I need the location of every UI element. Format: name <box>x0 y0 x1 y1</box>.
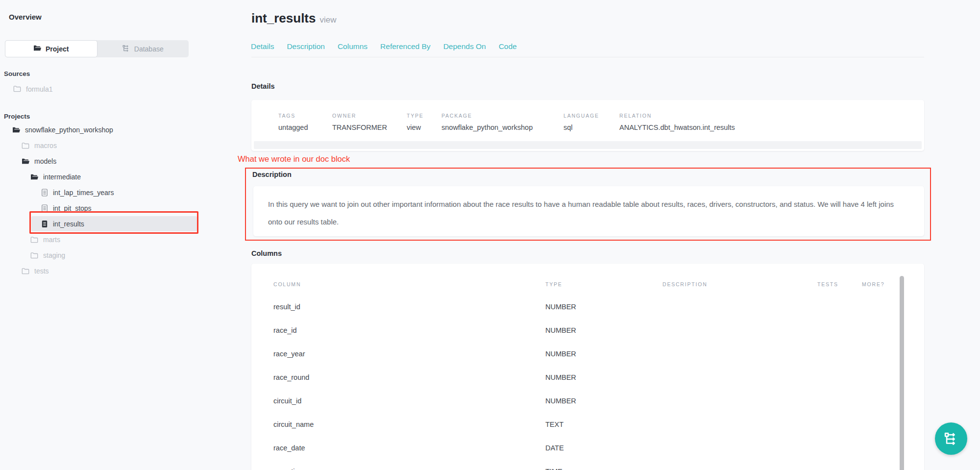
type-label: TYPE <box>407 113 441 119</box>
column-name: circuit_id <box>273 397 301 405</box>
projects-section-label: Projects <box>4 113 30 120</box>
tree-item-staging[interactable]: staging <box>0 247 196 263</box>
column-type: NUMBER <box>545 397 576 405</box>
tab-description[interactable]: Description <box>287 42 325 51</box>
relation-label: RELATION <box>619 113 914 119</box>
page-title: int_resultsview <box>251 11 337 26</box>
dbt-docs-page: Overview Project Database Sources formul… <box>0 0 980 470</box>
description-heading: Description <box>252 171 292 178</box>
overview-link[interactable]: Overview <box>9 13 42 21</box>
tab-code[interactable]: Code <box>499 42 517 51</box>
sidebar-item-formula1[interactable]: formula1 <box>0 82 52 97</box>
folder-closed-icon <box>22 268 29 274</box>
lineage-graph-button[interactable] <box>935 422 967 455</box>
tree-item-marts[interactable]: marts <box>0 232 196 247</box>
tree-item-label: int_lap_times_years <box>53 189 114 197</box>
tree-item-label: intermediate <box>43 173 81 181</box>
owner-value: TRANSFORMER <box>332 124 407 131</box>
tree-item-label: tests <box>34 267 49 275</box>
details-card: TAGS OWNER TYPE PACKAGE LANGUAGE RELATIO… <box>251 100 924 151</box>
file-icon <box>41 189 48 197</box>
columns-table-scrollbar[interactable] <box>900 276 904 470</box>
column-name: race_year <box>273 350 305 358</box>
database-tree-icon <box>122 45 130 53</box>
tab-details[interactable]: Details <box>251 42 274 51</box>
column-row-race-year[interactable]: race_year NUMBER <box>251 342 924 366</box>
tree-item-int-lap-times-years[interactable]: int_lap_times_years <box>0 185 196 200</box>
folder-open-icon <box>33 45 41 53</box>
column-name: race_id <box>273 326 297 334</box>
columns-heading: Columns <box>251 249 282 257</box>
column-name: circuit_name <box>273 421 314 428</box>
language-value: sql <box>564 124 619 131</box>
column-row-race-time[interactable]: race_time TIME <box>251 460 924 470</box>
column-type: NUMBER <box>545 350 576 358</box>
file-filled-icon <box>41 220 48 228</box>
toggle-database-button[interactable]: Database <box>98 40 189 57</box>
column-row-circuit-name[interactable]: circuit_name TEXT <box>251 413 924 436</box>
source-item-label: formula1 <box>26 85 52 93</box>
tab-referenced-by[interactable]: Referenced By <box>380 42 431 51</box>
project-tree: snowflake_python_workshop macros models … <box>0 122 196 279</box>
toggle-project-label: Project <box>46 45 69 53</box>
folder-closed-icon <box>22 142 29 149</box>
tree-item-intermediate[interactable]: intermediate <box>0 169 196 185</box>
owner-label: OWNER <box>332 113 407 119</box>
tree-item-label: snowflake_python_workshop <box>25 126 113 134</box>
column-name: race_round <box>273 373 309 381</box>
column-row-circuit-id[interactable]: circuit_id NUMBER <box>251 389 924 413</box>
column-row-race-round[interactable]: race_round NUMBER <box>251 366 924 389</box>
header-more: MORE? <box>862 281 884 287</box>
tree-item-label: models <box>34 157 56 165</box>
folder-open-icon <box>30 173 38 180</box>
annotation-text: What we wrote in our doc block <box>238 154 350 164</box>
details-footer-strip <box>254 141 922 149</box>
description-body: In this query we want to join out other … <box>253 186 924 231</box>
sources-section-label: Sources <box>4 70 30 77</box>
folder-open-icon <box>22 158 29 165</box>
tab-columns[interactable]: Columns <box>338 42 368 51</box>
header-description: DESCRIPTION <box>662 281 708 287</box>
type-value: view <box>407 124 441 131</box>
column-type: NUMBER <box>545 303 576 311</box>
column-row-race-date[interactable]: race_date DATE <box>251 436 924 460</box>
tree-item-macros[interactable]: macros <box>0 138 196 153</box>
tree-item-int-pit-stops[interactable]: int_pit_stops <box>0 200 196 216</box>
tree-item-label: int_pit_stops <box>53 204 92 212</box>
tree-item-snowflake-python-workshop[interactable]: snowflake_python_workshop <box>0 122 196 138</box>
language-label: LANGUAGE <box>564 113 619 119</box>
lineage-graph-icon <box>944 432 958 445</box>
details-heading: Details <box>251 82 275 90</box>
package-value: snowflake_python_workshop <box>441 124 564 131</box>
header-column: COLUMN <box>273 281 301 287</box>
tab-depends-on[interactable]: Depends On <box>443 42 486 51</box>
package-label: PACKAGE <box>441 113 564 119</box>
tags-label: TAGS <box>278 113 332 119</box>
column-type: TIME <box>545 468 563 470</box>
model-name: int_results <box>251 11 316 25</box>
column-row-race-id[interactable]: race_id NUMBER <box>251 319 924 342</box>
tree-item-int-results[interactable]: int_results <box>0 216 196 232</box>
tree-item-tests[interactable]: tests <box>0 263 196 279</box>
header-type: TYPE <box>545 281 563 287</box>
folder-closed-icon <box>30 236 38 243</box>
source-view-toggle: Project Database <box>5 40 189 57</box>
tags-value: untagged <box>278 124 332 131</box>
toggle-project-button[interactable]: Project <box>5 40 98 57</box>
section-tabs: Details Description Columns Referenced B… <box>251 42 517 51</box>
column-name: result_id <box>273 303 300 311</box>
sidebar: Overview Project Database Sources formul… <box>0 0 196 470</box>
column-row-result-id[interactable]: result_id NUMBER <box>251 295 924 319</box>
folder-open-icon <box>12 126 20 133</box>
description-card: In this query we want to join out other … <box>253 186 924 236</box>
annotation-rectangle-description: Description In this query we want to joi… <box>245 168 931 241</box>
column-name: race_time <box>273 468 305 470</box>
tree-item-label: int_results <box>53 220 84 228</box>
toggle-database-label: Database <box>134 45 164 53</box>
tree-item-label: marts <box>43 236 60 244</box>
folder-closed-icon <box>30 252 38 259</box>
folder-closed-icon <box>13 85 21 94</box>
tree-item-models[interactable]: models <box>0 153 196 169</box>
column-name: race_date <box>273 444 305 452</box>
file-icon <box>41 204 48 212</box>
